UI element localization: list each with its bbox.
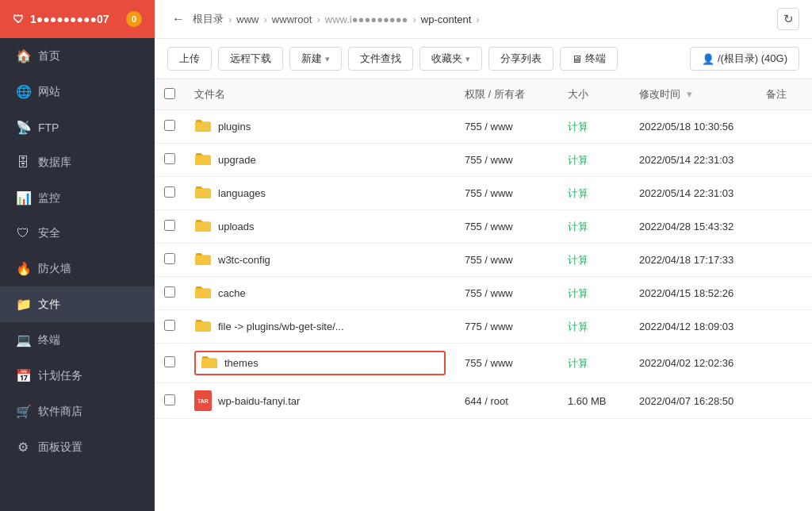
calc-size-link[interactable]: 计算 <box>568 321 588 332</box>
new-button[interactable]: 新建 ▾ <box>289 47 342 71</box>
file-search-button[interactable]: 文件查找 <box>348 47 413 71</box>
favorites-button[interactable]: 收藏夹 ▾ <box>419 47 482 71</box>
sidebar-item-monitor[interactable]: 📊 监控 <box>0 180 155 216</box>
row-checkbox[interactable] <box>164 153 175 164</box>
col-date[interactable]: 修改时间 ▾ <box>630 79 756 110</box>
sidebar-item-label: 计划任务 <box>38 369 82 383</box>
sidebar-item-home[interactable]: 🏠 首页 <box>0 38 155 74</box>
share-list-button[interactable]: 分享列表 <box>488 47 553 71</box>
database-icon: 🗄 <box>16 156 30 170</box>
file-perm: 755 / www <box>455 344 558 383</box>
breadcrumb-current: wp-content <box>421 13 472 25</box>
folder-icon <box>194 317 212 336</box>
sidebar-item-cron[interactable]: 📅 计划任务 <box>0 358 155 394</box>
sidebar-item-website[interactable]: 🌐 网站 <box>0 74 155 110</box>
file-size[interactable]: 计算 <box>558 344 630 383</box>
remote-download-button[interactable]: 远程下载 <box>218 47 283 71</box>
file-name-cell[interactable]: themes <box>194 351 446 375</box>
file-date: 2022/05/18 10:30:56 <box>630 110 756 144</box>
terminal-btn-icon: 🖥 <box>572 53 582 65</box>
terminal-btn-label: 终端 <box>585 52 606 66</box>
file-name-cell[interactable]: uploads <box>194 217 446 236</box>
file-size[interactable]: 计算 <box>558 177 630 210</box>
terminal-button[interactable]: 🖥 终端 <box>560 47 618 71</box>
breadcrumb-www[interactable]: www <box>236 13 259 25</box>
file-size[interactable]: 计算 <box>558 277 630 310</box>
refresh-button[interactable]: ↻ <box>777 8 799 30</box>
sidebar-item-security[interactable]: 🛡 安全 <box>0 216 155 251</box>
ftp-icon: 📡 <box>16 120 30 135</box>
table-header-row: 文件名 权限 / 所有者 大小 修改时间 ▾ 备注 <box>155 79 812 110</box>
file-perm: 755 / www <box>455 277 558 310</box>
file-note <box>756 177 812 210</box>
user-icon: 👤 <box>702 53 714 65</box>
upload-button[interactable]: 上传 <box>167 47 212 71</box>
sidebar-item-label: FTP <box>38 121 59 134</box>
breadcrumb-root[interactable]: 根目录 <box>193 12 224 26</box>
home-icon: 🏠 <box>16 48 30 63</box>
calc-size-link[interactable]: 计算 <box>568 254 588 266</box>
file-name-cell[interactable]: w3tc-config <box>194 251 446 269</box>
breadcrumb-domain[interactable]: www.i●●●●●●●●● <box>325 13 408 25</box>
sidebar-item-database[interactable]: 🗄 数据库 <box>0 145 155 180</box>
calc-size-link[interactable]: 计算 <box>568 221 588 232</box>
row-checkbox[interactable] <box>164 186 175 198</box>
sidebar-item-firewall[interactable]: 🔥 防火墙 <box>0 251 155 286</box>
back-button[interactable]: ← <box>167 10 190 28</box>
select-all-checkbox[interactable] <box>164 88 175 99</box>
sidebar-item-panel[interactable]: ⚙ 面板设置 <box>0 429 155 465</box>
file-name-cell[interactable]: cache <box>194 284 446 302</box>
row-checkbox[interactable] <box>164 394 175 405</box>
row-checkbox[interactable] <box>164 320 175 331</box>
row-checkbox[interactable] <box>164 220 175 231</box>
table-row: languages755 / www计算2022/05/14 22:31:03 <box>155 177 812 210</box>
sidebar-item-ftp[interactable]: 📡 FTP <box>0 110 155 145</box>
shield-icon: 🛡 <box>13 13 24 25</box>
calc-size-link[interactable]: 计算 <box>568 154 588 166</box>
calc-size-link[interactable]: 计算 <box>568 287 588 299</box>
folder-icon <box>194 184 212 202</box>
file-name-text: file -> plugins/wb-get-site/... <box>218 321 344 332</box>
col-size: 大小 <box>558 79 630 110</box>
file-perm: 775 / www <box>455 310 558 344</box>
tar-icon: TAR <box>194 390 212 411</box>
row-checkbox[interactable] <box>164 253 175 264</box>
file-name-cell[interactable]: upgrade <box>194 151 446 169</box>
table-row: file -> plugins/wb-get-site/...775 / www… <box>155 310 812 344</box>
row-checkbox[interactable] <box>164 356 175 367</box>
file-size[interactable]: 计算 <box>558 144 630 177</box>
sidebar-item-store[interactable]: 🛒 软件商店 <box>0 394 155 429</box>
row-checkbox[interactable] <box>164 120 175 131</box>
file-name-cell[interactable]: languages <box>194 184 446 202</box>
file-note <box>756 110 812 144</box>
file-name-cell[interactable]: file -> plugins/wb-get-site/... <box>194 317 446 336</box>
file-note <box>756 383 812 419</box>
file-size[interactable]: 计算 <box>558 110 630 144</box>
calc-size-link[interactable]: 计算 <box>568 121 588 133</box>
file-perm: 755 / www <box>455 244 558 277</box>
table-row: themes755 / www计算2022/04/02 12:02:36 <box>155 344 812 383</box>
sidebar-item-terminal[interactable]: 💻 终端 <box>0 322 155 358</box>
calc-size-link[interactable]: 计算 <box>568 187 588 199</box>
file-name-text: cache <box>218 287 246 299</box>
file-name-text: w3tc-config <box>218 254 270 266</box>
calc-size-link[interactable]: 计算 <box>568 357 588 369</box>
file-size[interactable]: 计算 <box>558 310 630 344</box>
file-date: 2022/05/14 22:31:03 <box>630 144 756 177</box>
table-row: w3tc-config755 / www计算2022/04/18 17:17:3… <box>155 244 812 277</box>
folder-icon <box>194 217 212 236</box>
file-size[interactable]: 计算 <box>558 210 630 244</box>
sidebar-item-label: 面板设置 <box>38 440 82 455</box>
breadcrumb-wwwroot[interactable]: wwwroot <box>272 13 312 25</box>
sidebar-item-files[interactable]: 📁 文件 <box>0 286 155 322</box>
row-checkbox[interactable] <box>164 286 175 298</box>
file-name-cell[interactable]: TARwp-baidu-fanyi.tar <box>194 390 446 411</box>
file-size[interactable]: 计算 <box>558 244 630 277</box>
table-row: uploads755 / www计算2022/04/28 15:43:32 <box>155 210 812 244</box>
root-disk-button[interactable]: 👤 /(根目录) (40G) <box>690 47 799 71</box>
file-name-cell[interactable]: plugins <box>194 117 446 136</box>
remote-download-label: 远程下载 <box>230 52 271 66</box>
sort-arrow-icon: ▾ <box>687 88 692 100</box>
file-date: 2022/04/12 18:09:03 <box>630 310 756 344</box>
toolbar: 上传 远程下载 新建 ▾ 文件查找 收藏夹 ▾ 分享列表 🖥 终端 👤 /(根目… <box>155 39 812 79</box>
